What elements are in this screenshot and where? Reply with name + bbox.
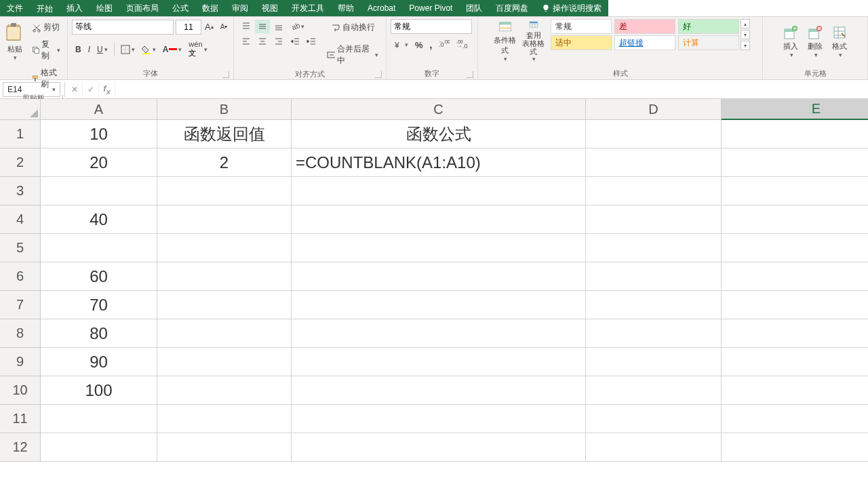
cell-A8[interactable]: 80 [41, 319, 157, 348]
row-header-1[interactable]: 1 [0, 120, 41, 148]
gallery-up-button[interactable]: ▴ [741, 19, 750, 28]
cell-D9[interactable] [586, 348, 722, 376]
tab-插入[interactable]: 插入 [60, 0, 90, 16]
cell-E6[interactable] [722, 262, 868, 291]
cell-E3[interactable] [722, 177, 868, 205]
gallery-more-button[interactable]: ▾ [741, 41, 750, 50]
align-middle-button[interactable] [255, 20, 270, 33]
cell-E9[interactable] [722, 348, 868, 376]
tab-帮助[interactable]: 帮助 [331, 0, 361, 16]
orientation-button[interactable]: ab▾ [288, 20, 307, 33]
insert-cells-button[interactable]: 插入▾ [778, 19, 803, 64]
cell-B12[interactable] [157, 433, 292, 462]
cell-E2[interactable] [722, 148, 868, 177]
decrease-indent-button[interactable] [288, 35, 302, 48]
tab-Power Pivot[interactable]: Power Pivot [402, 0, 459, 16]
cell-B11[interactable] [157, 405, 292, 433]
cell-A5[interactable] [41, 234, 157, 262]
increase-decimal-button[interactable]: .0←.00 [436, 38, 452, 52]
cell-B10[interactable] [157, 376, 292, 405]
col-header-B[interactable]: B [157, 99, 292, 120]
cell-B4[interactable] [157, 205, 292, 234]
cell-A3[interactable] [41, 177, 157, 205]
accounting-format-button[interactable]: ¥▾ [391, 38, 411, 52]
cell-B9[interactable] [157, 348, 292, 376]
cell-D5[interactable] [586, 234, 722, 262]
col-header-E[interactable]: E [722, 99, 868, 120]
cell-C7[interactable] [292, 291, 586, 319]
cell-B3[interactable] [157, 177, 292, 205]
cell-B6[interactable] [157, 262, 292, 291]
cell-C8[interactable] [292, 319, 586, 348]
cell-A4[interactable]: 40 [41, 205, 157, 234]
cell-E8[interactable] [722, 319, 868, 348]
row-header-2[interactable]: 2 [0, 148, 41, 177]
insert-function-button[interactable]: fx [99, 82, 115, 97]
cell-D1[interactable] [586, 120, 722, 148]
row-header-10[interactable]: 10 [0, 376, 41, 405]
cell-D11[interactable] [586, 405, 722, 433]
row-header-3[interactable]: 3 [0, 177, 41, 205]
cell-D2[interactable] [586, 148, 722, 177]
cell-C4[interactable] [292, 205, 586, 234]
comma-format-button[interactable]: , [427, 37, 435, 52]
cell-D7[interactable] [586, 291, 722, 319]
number-format-combo[interactable] [391, 19, 472, 34]
font-size-combo[interactable] [176, 20, 201, 35]
cell-B7[interactable] [157, 291, 292, 319]
cell-E4[interactable] [722, 205, 868, 234]
cell-E7[interactable] [722, 291, 868, 319]
gallery-down-button[interactable]: ▾ [741, 30, 750, 39]
col-header-C[interactable]: C [292, 99, 586, 120]
cell-C9[interactable] [292, 348, 586, 376]
format-as-table-button[interactable]: 套用 表格格式▾ [519, 19, 548, 64]
row-header-12[interactable]: 12 [0, 433, 41, 462]
row-header-5[interactable]: 5 [0, 234, 41, 262]
cell-B5[interactable] [157, 234, 292, 262]
cell-C12[interactable] [292, 433, 586, 462]
row-header-6[interactable]: 6 [0, 262, 41, 291]
col-header-D[interactable]: D [586, 99, 722, 120]
conditional-formatting-button[interactable]: 条件格式▾ [491, 19, 519, 64]
tab-绘图[interactable]: 绘图 [90, 0, 119, 16]
cell-A10[interactable]: 100 [41, 376, 157, 405]
cell-B8[interactable] [157, 319, 292, 348]
style-hyperlink[interactable]: 超链接 [614, 35, 675, 50]
tab-开发工具[interactable]: 开发工具 [285, 0, 331, 16]
row-header-8[interactable]: 8 [0, 319, 41, 348]
col-header-A[interactable]: A [41, 99, 157, 120]
tab-审阅[interactable]: 审阅 [225, 0, 255, 16]
cell-B1[interactable]: 函数返回值 [157, 120, 292, 148]
cell-C2[interactable]: =COUNTBLANK(A1:A10) [292, 148, 586, 177]
borders-button[interactable]: ▾ [118, 43, 138, 56]
merge-center-button[interactable]: 合并后居中▾ [324, 41, 381, 68]
align-left-button[interactable] [239, 35, 254, 48]
cell-D10[interactable] [586, 376, 722, 405]
tab-tell-me[interactable]: 操作说明搜索 [535, 0, 608, 16]
cell-D6[interactable] [586, 262, 722, 291]
cell-A2[interactable]: 20 [41, 148, 157, 177]
cell-A12[interactable] [41, 433, 157, 462]
cell-C1[interactable]: 函数公式 [292, 120, 586, 148]
increase-indent-button[interactable] [304, 35, 319, 48]
cell-A7[interactable]: 70 [41, 291, 157, 319]
cell-A1[interactable]: 10 [41, 120, 157, 148]
cell-C5[interactable] [292, 234, 586, 262]
row-header-7[interactable]: 7 [0, 291, 41, 319]
cell-E10[interactable] [722, 376, 868, 405]
percent-format-button[interactable]: % [412, 38, 426, 52]
cut-button[interactable]: 剪切 [29, 20, 63, 35]
cell-D3[interactable] [586, 177, 722, 205]
font-name-combo[interactable] [72, 20, 174, 35]
font-launcher-icon[interactable] [222, 71, 229, 78]
format-painter-button[interactable]: 格式刷 [29, 65, 63, 92]
format-cells-button[interactable]: 格式▾ [827, 19, 852, 64]
cell-C11[interactable] [292, 405, 586, 433]
tab-file[interactable]: 文件 [0, 0, 30, 16]
align-right-button[interactable] [271, 35, 286, 48]
cell-A11[interactable] [41, 405, 157, 433]
formula-input[interactable] [115, 82, 868, 97]
italic-button[interactable]: I [85, 43, 93, 56]
row-header-9[interactable]: 9 [0, 348, 41, 376]
align-center-button[interactable] [255, 35, 270, 48]
